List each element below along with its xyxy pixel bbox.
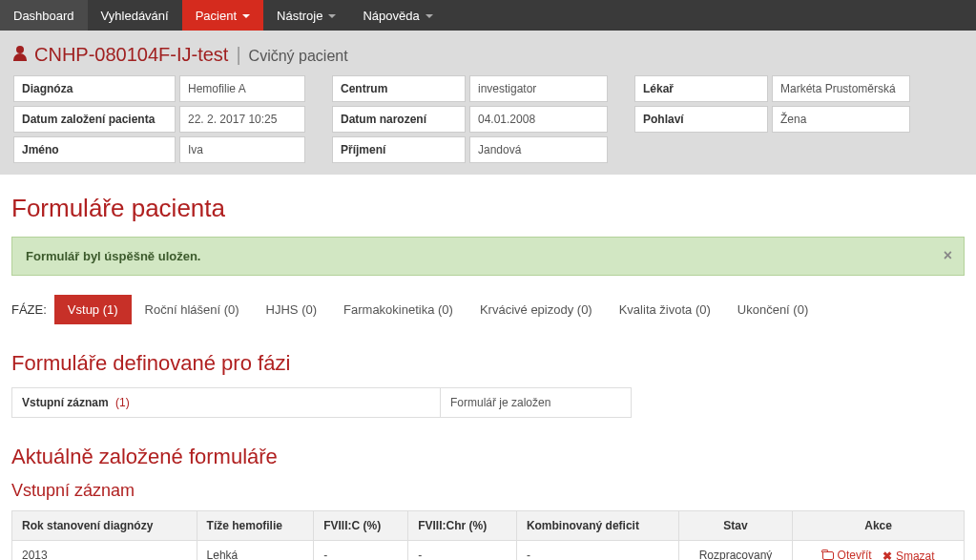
cell-combined: - [516, 541, 678, 561]
tab-farmakokinetika[interactable]: Farmakokinetika (0) [330, 295, 467, 324]
patient-subtitle: Cvičný pacient [249, 48, 348, 65]
col-fviii-c: FVIII:C (%) [314, 511, 408, 541]
cell-state: Rozpracovaný [678, 541, 792, 561]
col-combined: Kombinovaný deficit [516, 511, 678, 541]
chevron-down-icon [328, 14, 336, 18]
tab-hjhs[interactable]: HJHS (0) [253, 295, 330, 324]
cell-fviii-c: - [314, 541, 408, 561]
entry-heading: Vstupní záznam [11, 481, 965, 501]
defined-form-name-cell: Vstupní záznam (1) [11, 387, 441, 418]
current-heading: Aktuálně založené formuláře [11, 445, 965, 469]
patient-info-grid: Diagnóza Hemofilie A Datum založení paci… [13, 75, 963, 163]
diagnosis-label: Diagnóza [13, 75, 176, 102]
separator: | [236, 44, 240, 66]
col-severity: Tíže hemofilie [197, 511, 314, 541]
gender-value: Žena [772, 106, 910, 133]
tab-vstup[interactable]: Vstup (1) [54, 295, 132, 324]
x-icon: ✖ [883, 550, 892, 561]
patient-header: CNHP-080104F-IJ-test | Cvičný pacient Di… [0, 31, 976, 175]
tab-kvalita-zivota[interactable]: Kvalita života (0) [606, 295, 724, 324]
created-label: Datum založení pacienta [13, 106, 176, 133]
alert-message: Formulář byl úspěšně uložen. [26, 249, 200, 263]
defined-form-count: (1) [115, 396, 130, 409]
cell-fviii-chr: - [408, 541, 517, 561]
open-label: Otevřít [838, 549, 872, 560]
patient-title: CNHP-080104F-IJ-test | Cvičný pacient [13, 44, 963, 66]
phase-label: FÁZE: [11, 302, 47, 317]
lastname-value: Jandová [469, 136, 608, 163]
nav-patient[interactable]: Pacient [182, 0, 263, 31]
main-navbar: Dashboard Vyhledávání Pacient Nástroje N… [0, 0, 976, 31]
center-value: investigator [469, 75, 608, 102]
entry-records-table: Rok stanovení diagnózy Tíže hemofilie FV… [11, 510, 965, 560]
lastname-label: Příjmení [332, 136, 466, 163]
nav-tools-label: Nástroje [277, 9, 322, 23]
created-value: 22. 2. 2017 10:25 [179, 106, 305, 133]
chevron-down-icon [242, 14, 250, 18]
delete-label: Smazat [896, 550, 935, 561]
col-year: Rok stanovení diagnózy [12, 511, 197, 541]
phase-tabs: FÁZE: Vstup (1) Roční hlášení (0) HJHS (… [11, 295, 965, 324]
cell-year: 2013 [12, 541, 197, 561]
table-row: 2013 Lehká - - - Rozpracovaný Otevřít ✖ … [12, 541, 965, 561]
cell-actions: Otevřít ✖ Smazat [793, 541, 965, 561]
col-actions: Akce [793, 511, 965, 541]
chevron-down-icon [426, 14, 433, 18]
defined-form-status: Formulář je založen [441, 387, 632, 418]
tab-krvacive-epizody[interactable]: Krvácivé epizody (0) [467, 295, 606, 324]
gender-label: Pohlaví [634, 106, 768, 133]
defined-form-name: Vstupní záznam [22, 396, 109, 409]
success-alert: Formulář byl úspěšně uložen. × [11, 237, 965, 276]
nav-help-label: Nápověda [363, 9, 419, 23]
nav-tools[interactable]: Nástroje [263, 0, 349, 31]
doctor-value: Markéta Prustoměrská [772, 75, 910, 102]
open-button[interactable]: Otevřít [822, 549, 872, 560]
nav-help[interactable]: Nápověda [349, 0, 446, 31]
folder-open-icon [822, 551, 834, 560]
forms-heading: Formuláře pacienta [11, 194, 965, 223]
defined-heading: Formuláře definované pro fázi [11, 351, 965, 376]
defined-forms-table: Vstupní záznam (1) Formulář je založen [11, 387, 965, 418]
center-label: Centrum [332, 75, 466, 102]
diagnosis-value: Hemofilie A [179, 75, 305, 102]
nav-patient-label: Pacient [196, 9, 237, 23]
close-icon[interactable]: × [944, 247, 952, 264]
col-state: Stav [678, 511, 792, 541]
firstname-label: Jméno [13, 136, 176, 163]
nav-dashboard[interactable]: Dashboard [0, 0, 88, 31]
firstname-value: Iva [179, 136, 305, 163]
nav-search[interactable]: Vyhledávání [88, 0, 182, 31]
cell-severity: Lehká [197, 541, 314, 561]
birth-label: Datum narození [332, 106, 466, 133]
tab-rocni-hlaseni[interactable]: Roční hlášení (0) [132, 295, 253, 324]
tab-ukonceni[interactable]: Ukončení (0) [724, 295, 821, 324]
user-icon [13, 46, 27, 61]
doctor-label: Lékař [634, 75, 768, 102]
birth-value: 04.01.2008 [469, 106, 608, 133]
col-fviii-chr: FVIII:Chr (%) [408, 511, 517, 541]
patient-id: CNHP-080104F-IJ-test [34, 44, 228, 66]
delete-button[interactable]: ✖ Smazat [883, 550, 935, 561]
